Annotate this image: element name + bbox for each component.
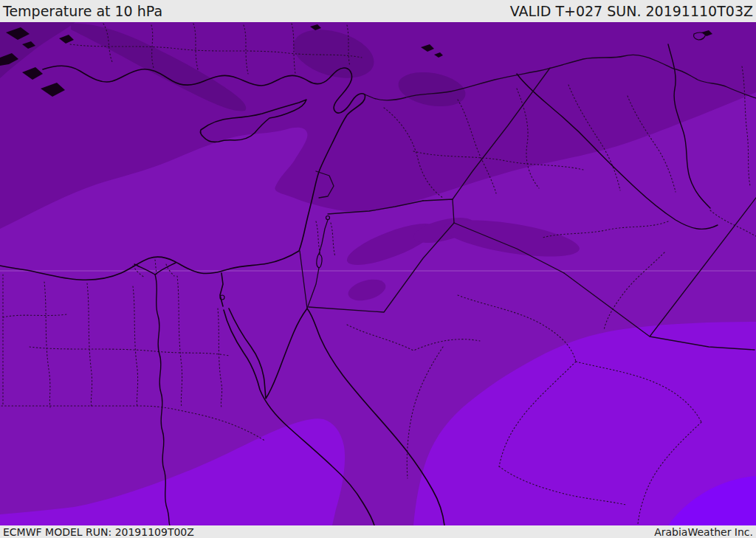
weather-map (0, 22, 756, 525)
footer-bar: ECMWF MODEL RUN: 20191109T00Z ArabiaWeat… (0, 525, 756, 538)
credit-label: ArabiaWeather Inc. (654, 526, 753, 538)
map-area (0, 22, 756, 525)
valid-time-label: VALID T+027 SUN. 20191110T03Z (510, 3, 753, 19)
header-bar: Temperature at 10 hPa VALID T+027 SUN. 2… (0, 0, 756, 22)
weather-map-screen: Temperature at 10 hPa VALID T+027 SUN. 2… (0, 0, 756, 538)
page-title: Temperature at 10 hPa (3, 3, 162, 19)
model-run-label: ECMWF MODEL RUN: 20191109T00Z (3, 526, 194, 538)
